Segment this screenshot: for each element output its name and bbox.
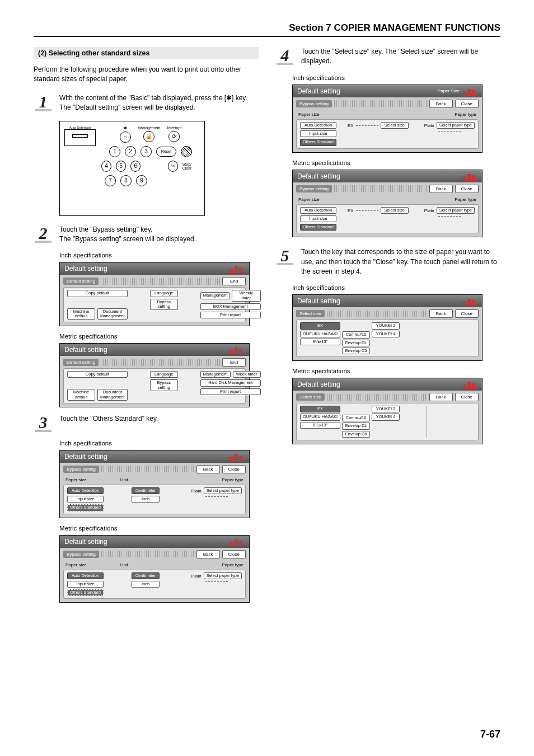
size813-button[interactable]: 8¹/₂x13" bbox=[300, 339, 340, 345]
step-1-text: With the content of the "Basic" tab disp… bbox=[59, 93, 259, 113]
digit-5: 5 bbox=[116, 161, 126, 172]
week-timer-button[interactable]: Week timer bbox=[233, 371, 261, 378]
intro-text: Perform the following procedure when you… bbox=[34, 65, 259, 84]
size813-button[interactable]: 8¹/₂x13" bbox=[300, 422, 340, 429]
copy-default-button[interactable]: Copy default bbox=[67, 371, 128, 378]
close-button[interactable]: Close bbox=[222, 550, 246, 558]
plain-label: Plain bbox=[424, 207, 434, 214]
bypass-setting-button[interactable]: Bypass setting bbox=[150, 379, 178, 391]
youkei4-button[interactable]: YOUKEI 4 bbox=[372, 331, 400, 337]
youkei2-button[interactable]: YOUKEI 2 bbox=[372, 322, 400, 329]
ex-button[interactable]: EX bbox=[300, 406, 340, 412]
inch-spec-label: Inch specifications bbox=[292, 284, 500, 291]
envdl-button[interactable]: Envelop DL bbox=[342, 422, 370, 429]
select-size-button[interactable]: Select size bbox=[381, 207, 409, 214]
close-button[interactable]: Close bbox=[455, 100, 479, 108]
youkei4-button[interactable]: YOUKEI 4 bbox=[372, 414, 400, 420]
centimeter-button[interactable]: Centimeter bbox=[132, 487, 160, 494]
oufuku-button[interactable]: OUFUKU HAGAKI bbox=[300, 331, 340, 337]
step-number: 3 bbox=[39, 414, 48, 431]
stop-clear-label: Stop/ Clear bbox=[182, 162, 200, 170]
step-number: 2 bbox=[39, 225, 48, 242]
input-size-button[interactable]: Input size bbox=[67, 581, 104, 588]
management-button[interactable]: Management bbox=[200, 292, 229, 299]
screen-selectsize-metric: Default setting Select sizeBackClose EX … bbox=[292, 378, 483, 444]
others-standard-button[interactable]: Others Standard bbox=[300, 139, 336, 145]
inch-button[interactable]: Inch bbox=[132, 496, 160, 503]
screen-selectsize-inch: Default setting Select sizeBackClose EX … bbox=[292, 294, 483, 361]
end-button[interactable]: End bbox=[222, 277, 246, 285]
ex-label: EX bbox=[348, 207, 354, 214]
select-size-button[interactable]: Select size bbox=[381, 122, 409, 129]
digit-6: 6 bbox=[130, 161, 140, 172]
others-standard-button[interactable]: Others Standard bbox=[67, 589, 104, 596]
select-paper-type-button[interactable]: Select paper type bbox=[437, 122, 475, 129]
bypass-setting-button[interactable]: Bypass setting bbox=[150, 299, 178, 311]
back-button[interactable]: Back bbox=[429, 185, 453, 193]
box-mgmt-button[interactable]: BOX Management bbox=[200, 303, 261, 310]
inch-button[interactable]: Inch bbox=[132, 581, 160, 588]
screen-bypass-metric: Default setting Bypass settingBackClose … bbox=[59, 535, 250, 603]
ex-button[interactable]: EX bbox=[300, 322, 340, 329]
doc-mgmt-button[interactable]: Document Management bbox=[97, 308, 128, 320]
header-rule bbox=[34, 36, 500, 37]
centimeter-button[interactable]: Centimeter bbox=[132, 572, 160, 579]
step-number: 5 bbox=[281, 247, 289, 264]
close-button[interactable]: Close bbox=[455, 309, 479, 318]
back-button[interactable]: Back bbox=[429, 393, 453, 401]
auto-detection-button[interactable]: Auto Detection bbox=[300, 207, 336, 214]
comm10-button[interactable]: Comm.#10 bbox=[342, 331, 370, 338]
digit-7: 7 bbox=[105, 175, 116, 186]
print-report-button[interactable]: Print report bbox=[200, 312, 261, 318]
envc5-button[interactable]: Envelop C5 bbox=[342, 431, 370, 438]
auto-detection-button[interactable]: Auto Detection bbox=[67, 572, 104, 579]
auto-detection-button[interactable]: Auto Detection bbox=[67, 487, 104, 494]
auto-detection-button[interactable]: Auto Detection bbox=[300, 122, 336, 129]
harddisk-mgmt-button[interactable]: Hard Disk Management bbox=[200, 379, 261, 386]
step-2a: Touch the "Bypass setting" key. bbox=[59, 226, 152, 233]
screen-default-metric: Default setting Default settingEnd Copy … bbox=[59, 343, 250, 407]
back-button[interactable]: Back bbox=[429, 309, 453, 318]
select-paper-type-button[interactable]: Select paper type bbox=[204, 487, 242, 494]
machine-default-button[interactable]: Machine default bbox=[67, 308, 95, 320]
weekly-timer-button[interactable]: Weekly timer bbox=[232, 290, 261, 302]
management-button[interactable]: Management bbox=[200, 371, 231, 378]
interrupt-key-label: Interrupt bbox=[167, 126, 181, 130]
input-size-button[interactable]: Input size bbox=[300, 215, 336, 222]
print-report-button[interactable]: Print report bbox=[200, 388, 261, 395]
envdl-button[interactable]: Envelop DL bbox=[342, 340, 370, 346]
close-button[interactable]: Close bbox=[455, 393, 479, 401]
step-5: 5 Touch the key that corresponds to the … bbox=[275, 247, 500, 276]
input-size-button[interactable]: Input size bbox=[300, 130, 336, 137]
close-button[interactable]: Close bbox=[222, 465, 246, 473]
youkei2-button[interactable]: YOUKEI 2 bbox=[372, 406, 400, 412]
doc-mgmt-button[interactable]: Document Management bbox=[97, 389, 128, 401]
digit-4: 4 bbox=[101, 161, 111, 172]
envc5-button[interactable]: Envelop C5 bbox=[342, 348, 370, 354]
inch-spec-label: Inch specifications bbox=[59, 252, 259, 259]
select-paper-type-button[interactable]: Select paper type bbox=[437, 207, 475, 214]
close-button[interactable]: Close bbox=[455, 185, 479, 193]
back-button[interactable]: Back bbox=[196, 550, 220, 558]
screen-title: Default setting bbox=[64, 453, 107, 461]
step-number: 1 bbox=[39, 93, 48, 110]
back-button[interactable]: Back bbox=[429, 100, 453, 108]
select-paper-type-button[interactable]: Select paper type bbox=[204, 572, 242, 579]
reset-key: Reset bbox=[156, 147, 176, 157]
others-standard-button[interactable]: Others Standard bbox=[67, 504, 104, 511]
digit-8: 8 bbox=[120, 175, 132, 186]
end-button[interactable]: End bbox=[222, 358, 246, 367]
breadcrumb: Default setting bbox=[63, 359, 99, 366]
back-button[interactable]: Back bbox=[196, 465, 220, 473]
copy-default-button[interactable]: Copy default bbox=[67, 290, 128, 297]
breadcrumb: Bypass setting bbox=[296, 100, 332, 107]
language-button[interactable]: Language bbox=[150, 371, 178, 378]
paper-size-label: Paper size bbox=[298, 196, 320, 203]
machine-default-button[interactable]: Machine default bbox=[67, 389, 95, 401]
input-size-button[interactable]: Input size bbox=[67, 496, 104, 503]
language-button[interactable]: Language bbox=[150, 290, 178, 297]
others-standard-button[interactable]: Others Standard bbox=[300, 224, 336, 231]
oufuku-button[interactable]: OUFUKU HAGAKI bbox=[300, 414, 340, 420]
comm10-button[interactable]: Comm.#10 bbox=[342, 415, 370, 421]
paper-type-label: Paper type bbox=[455, 196, 476, 203]
